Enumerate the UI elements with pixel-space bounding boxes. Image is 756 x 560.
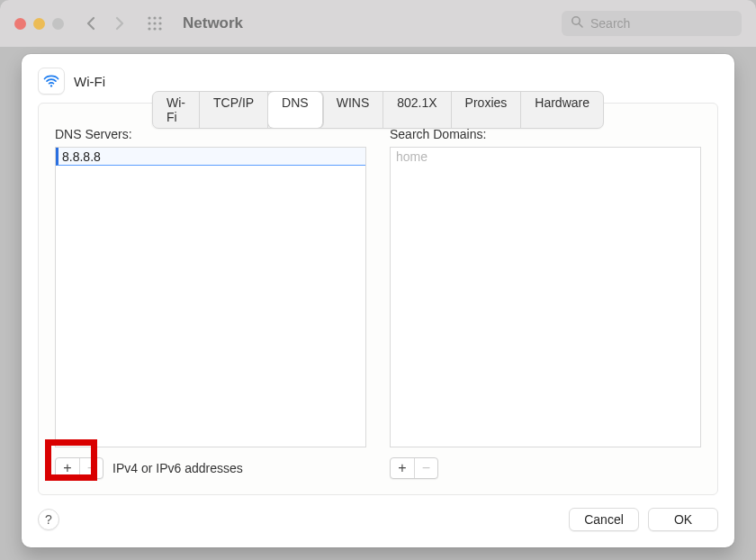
- svg-point-4: [153, 22, 156, 24]
- help-button[interactable]: ?: [38, 509, 59, 530]
- show-all-icon[interactable]: [147, 15, 163, 32]
- svg-point-2: [158, 16, 161, 19]
- dns-add-remove-group: + −: [55, 457, 104, 479]
- tab-wins[interactable]: WINS: [323, 92, 384, 128]
- svg-point-7: [153, 27, 156, 30]
- svg-point-1: [153, 16, 156, 19]
- svg-point-3: [148, 22, 150, 24]
- window-title: Network: [183, 14, 243, 32]
- back-button[interactable]: [86, 16, 96, 31]
- search-icon: [571, 15, 583, 32]
- minimize-window-button[interactable]: [33, 18, 45, 30]
- search-domain-add-remove-group: + −: [390, 457, 438, 479]
- svg-point-11: [50, 85, 52, 86]
- dns-servers-label: DNS Servers:: [55, 127, 366, 141]
- tab-tcpip[interactable]: TCP/IP: [200, 92, 268, 128]
- svg-point-5: [158, 22, 161, 24]
- cancel-button[interactable]: Cancel: [569, 508, 639, 531]
- tab-8021x[interactable]: 802.1X: [383, 92, 451, 128]
- tab-hardware[interactable]: Hardware: [521, 92, 603, 128]
- svg-point-6: [148, 27, 150, 30]
- settings-panel: Wi-Fi TCP/IP DNS WINS 802.1X Proxies Har…: [38, 103, 718, 495]
- dns-remove-button[interactable]: −: [79, 458, 103, 478]
- network-advanced-sheet: Wi-Fi Wi-Fi TCP/IP DNS WINS 802.1X Proxi…: [22, 54, 734, 547]
- tab-proxies[interactable]: Proxies: [452, 92, 522, 128]
- search-domains-list[interactable]: home: [390, 147, 701, 447]
- tab-strip: Wi-Fi TCP/IP DNS WINS 802.1X Proxies Har…: [152, 91, 604, 129]
- zoom-window-button[interactable]: [52, 18, 64, 30]
- search-domains-label: Search Domains:: [390, 127, 701, 141]
- nav-buttons: [86, 16, 125, 31]
- search-domains-column: Search Domains: home + −: [390, 127, 701, 482]
- search-domain-placeholder-entry[interactable]: home: [391, 148, 700, 166]
- svg-point-8: [158, 27, 161, 30]
- tab-dns[interactable]: DNS: [268, 92, 323, 128]
- forward-button[interactable]: [114, 16, 125, 31]
- dns-servers-column: DNS Servers: + − IPv4 or IPv6 addresses: [55, 127, 366, 482]
- search-field[interactable]: [562, 11, 742, 36]
- svg-point-0: [148, 16, 150, 19]
- search-input[interactable]: [590, 16, 733, 31]
- close-window-button[interactable]: [14, 18, 26, 30]
- svg-line-10: [579, 23, 582, 27]
- search-domain-add-button[interactable]: +: [391, 458, 414, 478]
- tab-wifi[interactable]: Wi-Fi: [153, 92, 200, 128]
- dns-entry-row[interactable]: [56, 148, 365, 166]
- dns-add-button[interactable]: +: [56, 458, 79, 478]
- window-titlebar: Network: [0, 0, 756, 47]
- traffic-lights: [14, 18, 64, 30]
- dns-servers-list[interactable]: [55, 147, 366, 447]
- ok-button[interactable]: OK: [648, 508, 718, 531]
- wifi-icon: [38, 68, 65, 95]
- dns-entry-input[interactable]: [62, 148, 362, 165]
- dns-footer-label: IPv4 or IPv6 addresses: [112, 461, 243, 475]
- sheet-title: Wi-Fi: [74, 74, 105, 89]
- search-domain-remove-button[interactable]: −: [414, 458, 437, 478]
